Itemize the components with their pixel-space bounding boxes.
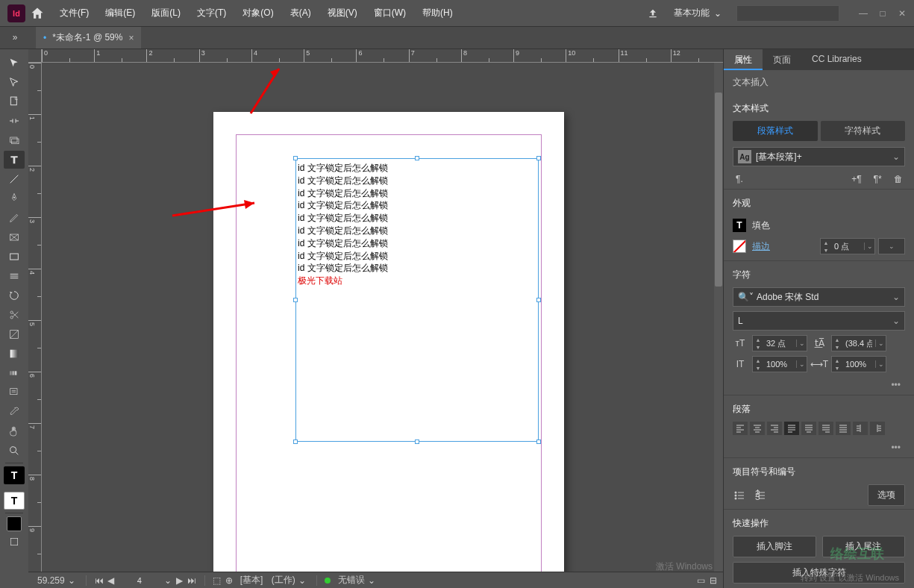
home-icon[interactable] [30, 6, 45, 21]
gradient-feather-tool[interactable] [4, 345, 25, 363]
selection-tool[interactable] [4, 54, 25, 72]
maximize-button[interactable]: □ [874, 6, 892, 21]
screen-mode-icon[interactable]: ⊟ [710, 575, 717, 586]
prev-page-icon[interactable]: ◀ [106, 575, 116, 586]
search-input[interactable] [736, 5, 839, 22]
line-tool[interactable] [4, 170, 25, 188]
paragraph-styles-tab[interactable]: 段落样式 [733, 121, 818, 141]
para-style-icon[interactable]: ¶. [733, 172, 746, 186]
stroke-type-dropdown[interactable]: ⌄ [878, 238, 905, 254]
scissors-tool[interactable] [4, 306, 25, 324]
scrollbar-thumb[interactable] [715, 93, 722, 287]
justify-center[interactable] [801, 422, 816, 435]
tab-cc-libraries[interactable]: CC Libraries [801, 49, 872, 70]
leading-stepper[interactable]: ▲▼⌄ [831, 335, 886, 351]
rectangle-frame-tool[interactable] [4, 228, 25, 246]
stroke-label[interactable]: 描边 [752, 240, 770, 253]
vertical-ruler[interactable]: 0123456789 [28, 63, 42, 578]
numbering-icon[interactable]: 123 [754, 489, 767, 502]
format-text-default[interactable]: T [4, 492, 25, 510]
menu-table[interactable]: 表(A) [283, 2, 319, 24]
bullets-icon[interactable] [733, 489, 746, 502]
justify-right[interactable] [818, 422, 833, 435]
align-toward-spine[interactable] [853, 422, 868, 435]
stroke-swatch[interactable] [733, 240, 746, 253]
more-options-icon[interactable]: ••• [886, 378, 905, 392]
align-left[interactable] [733, 422, 748, 435]
frame-handle[interactable] [536, 156, 541, 160]
layer-status[interactable]: [基本] (工作)⌄ [237, 574, 309, 587]
menu-object[interactable]: 对象(O) [235, 2, 281, 24]
frame-handle[interactable] [415, 156, 419, 160]
close-button[interactable]: ✕ [893, 6, 911, 21]
ruler-origin[interactable] [28, 49, 42, 63]
view-mode-toggle[interactable] [4, 533, 25, 551]
tab-properties[interactable]: 属性 [724, 49, 763, 70]
swap-fill-stroke[interactable] [4, 486, 25, 490]
hscale-stepper[interactable]: ▲▼⌄ [831, 356, 886, 372]
direct-selection-tool[interactable] [4, 73, 25, 91]
align-right[interactable] [767, 422, 782, 435]
frame-handle[interactable] [536, 440, 541, 444]
insert-footnote-button[interactable]: 插入脚注 [733, 536, 816, 557]
zoom-level-dropdown[interactable]: 59.259⌄ [34, 575, 78, 586]
menu-layout[interactable]: 版面(L) [144, 2, 188, 24]
structure-nav-icon[interactable]: ⬚ [213, 575, 221, 586]
tab-pages[interactable]: 页面 [763, 49, 801, 70]
text-frame[interactable]: id 文字锁定后怎么解锁 id 文字锁定后怎么解锁 id 文字锁定后怎么解锁 i… [295, 158, 539, 442]
minimize-button[interactable]: ― [854, 6, 872, 21]
rectangle-tool[interactable] [4, 248, 25, 266]
justify-left[interactable] [784, 422, 799, 435]
share-icon[interactable] [647, 7, 659, 19]
page-tool[interactable] [4, 93, 25, 110]
menu-edit[interactable]: 编辑(E) [98, 2, 143, 24]
content-collector-tool[interactable] [4, 131, 25, 149]
frame-handle[interactable] [293, 156, 298, 160]
canvas[interactable]: id 文字锁定后怎么解锁 id 文字锁定后怎么解锁 id 文字锁定后怎么解锁 i… [42, 63, 723, 578]
apply-color[interactable] [7, 516, 22, 531]
fill-proxy[interactable]: T [4, 466, 25, 484]
menu-text[interactable]: 文字(T) [190, 2, 234, 24]
menu-view[interactable]: 视图(V) [320, 2, 365, 24]
clear-override-icon[interactable]: ¶* [871, 172, 884, 186]
menu-file[interactable]: 文件(F) [52, 2, 96, 24]
frame-handle[interactable] [415, 440, 419, 444]
new-style-icon[interactable]: +¶ [850, 172, 863, 186]
bullets-options-button[interactable]: 选项 [868, 484, 905, 506]
document-tab[interactable]: • *未命名-1 @ 59% × [36, 27, 141, 49]
free-transform-tool[interactable] [4, 267, 25, 285]
vertical-scrollbar[interactable] [714, 63, 723, 578]
stroke-weight-stepper[interactable]: ▲▼ ⌄ [820, 238, 875, 254]
eyedropper-tool[interactable] [4, 403, 25, 421]
fill-swatch[interactable]: T [733, 219, 746, 232]
frame-handle[interactable] [536, 298, 541, 302]
pen-tool[interactable] [4, 190, 25, 207]
gap-tool[interactable] [4, 112, 25, 130]
vscale-stepper[interactable]: ▲▼⌄ [752, 356, 807, 372]
screen-mode-icon[interactable]: ▭ [697, 575, 705, 586]
zoom-tool[interactable] [4, 442, 25, 460]
paragraph-style-dropdown[interactable]: Ag [基本段落]+ ⌄ [733, 147, 905, 166]
last-page-icon[interactable]: ⏭ [187, 575, 197, 586]
font-weight-dropdown[interactable]: L ⌄ [733, 311, 905, 331]
menu-help[interactable]: 帮助(H) [415, 2, 460, 24]
menu-window[interactable]: 窗口(W) [366, 2, 413, 24]
align-away-spine[interactable] [870, 422, 885, 435]
pencil-tool[interactable] [4, 209, 25, 227]
font-family-dropdown[interactable]: 🔍˅ Adobe 宋体 Std ⌄ [733, 287, 905, 307]
note-tool[interactable] [4, 384, 25, 401]
type-tool[interactable] [4, 151, 25, 169]
frame-handle[interactable] [293, 440, 298, 444]
expand-panel-icon[interactable]: » [7, 31, 22, 43]
more-options-icon[interactable]: ••• [886, 441, 905, 454]
horizontal-ruler[interactable]: 0123456789101112 [42, 49, 723, 63]
character-styles-tab[interactable]: 字符样式 [821, 121, 906, 141]
text-frame-content[interactable]: id 文字锁定后怎么解锁 id 文字锁定后怎么解锁 id 文字锁定后怎么解锁 i… [296, 159, 538, 290]
workspace-selector[interactable]: 基本功能 ⌄ [668, 4, 727, 22]
insert-special-char-button[interactable]: 插入特殊字符 [733, 562, 905, 584]
frame-handle[interactable] [293, 298, 298, 302]
justify-all[interactable] [836, 422, 851, 435]
stroke-weight-input[interactable] [831, 242, 864, 251]
align-center[interactable] [750, 422, 765, 435]
next-page-icon[interactable]: ▶ [175, 575, 185, 586]
